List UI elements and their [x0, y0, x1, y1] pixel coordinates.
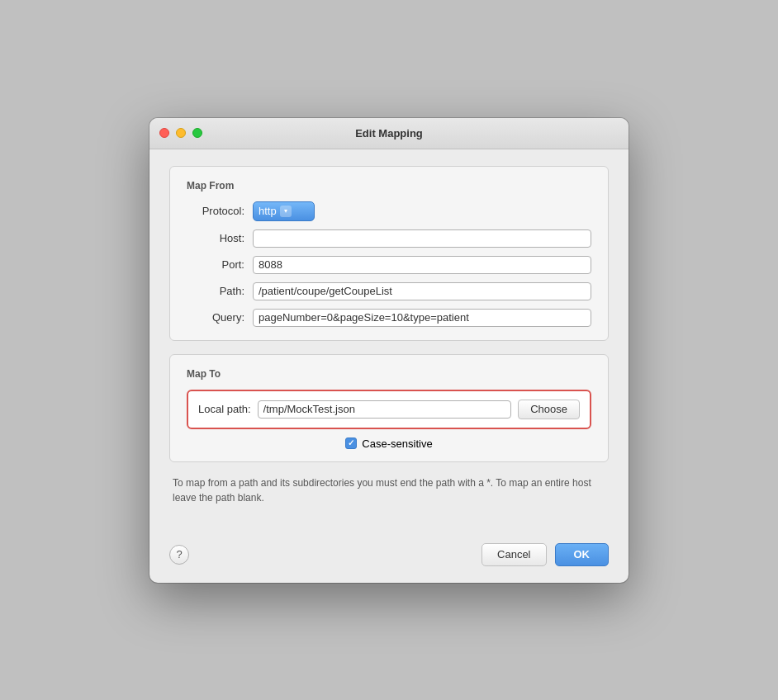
help-text: To map from a path and its subdirectorie… — [169, 475, 609, 505]
query-label: Query: — [187, 311, 244, 324]
edit-mapping-window: Edit Mapping Map From Protocol: http ▾ H… — [149, 118, 629, 583]
minimize-button[interactable] — [176, 128, 186, 138]
window-title: Edit Mapping — [355, 127, 423, 140]
host-input[interactable] — [253, 229, 591, 248]
host-row: Host: — [187, 229, 591, 248]
host-label: Host: — [187, 232, 244, 244]
choose-button[interactable]: Choose — [518, 400, 580, 419]
path-input[interactable] — [253, 282, 591, 300]
protocol-label: Protocol: — [187, 205, 244, 217]
map-to-section: Map To Local path: Choose Case-sensitive — [169, 354, 609, 462]
case-sensitive-row: Case-sensitive — [187, 438, 591, 450]
map-to-inner: Local path: Choose — [187, 390, 591, 429]
help-button[interactable]: ? — [169, 545, 189, 565]
bottom-bar: ? Cancel OK — [149, 535, 629, 583]
ok-button[interactable]: OK — [555, 543, 610, 566]
close-button[interactable] — [159, 128, 169, 138]
local-path-input[interactable] — [258, 400, 512, 419]
case-sensitive-label: Case-sensitive — [362, 438, 432, 450]
map-to-label: Map To — [187, 368, 591, 380]
query-input[interactable] — [253, 309, 591, 327]
titlebar: Edit Mapping — [149, 118, 629, 149]
cancel-button[interactable]: Cancel — [482, 543, 546, 566]
path-row: Path: — [187, 282, 591, 300]
query-row: Query: — [187, 309, 591, 327]
path-label: Path: — [187, 285, 244, 297]
port-input[interactable] — [253, 256, 591, 274]
protocol-select[interactable]: http ▾ — [253, 201, 315, 221]
local-path-label: Local path: — [198, 403, 251, 415]
map-from-label: Map From — [187, 180, 591, 192]
port-row: Port: — [187, 256, 591, 274]
protocol-dropdown-arrow-icon: ▾ — [280, 206, 292, 217]
case-sensitive-checkbox[interactable] — [345, 438, 357, 449]
traffic-lights — [159, 128, 202, 138]
port-label: Port: — [187, 258, 244, 271]
dialog-content: Map From Protocol: http ▾ Host: Port: — [149, 149, 629, 535]
protocol-row: Protocol: http ▾ — [187, 201, 591, 221]
action-buttons: Cancel OK — [482, 543, 609, 566]
protocol-value: http — [259, 205, 277, 217]
maximize-button[interactable] — [192, 128, 202, 138]
map-from-section: Map From Protocol: http ▾ Host: Port: — [169, 166, 609, 341]
